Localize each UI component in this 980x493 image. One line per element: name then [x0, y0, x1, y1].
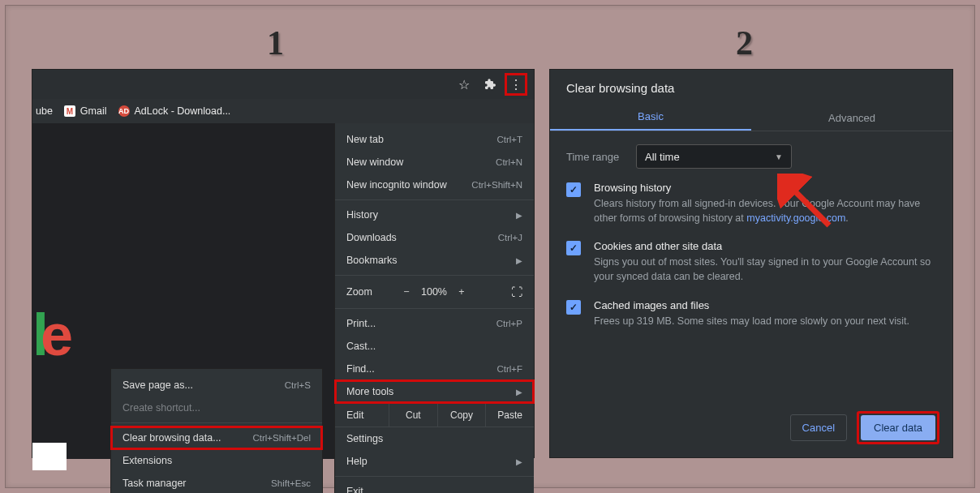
bookmarks-bar: ube M Gmail AD AdLock - Download...: [32, 99, 534, 123]
menu-item-more-tools[interactable]: More tools▶: [335, 380, 534, 403]
options-list: ✓ Browsing history Clears history from a…: [550, 174, 952, 346]
google-logo-fragment: le: [32, 302, 70, 368]
menu-edit-row: Edit Cut Copy Paste: [335, 403, 534, 427]
checkbox-cookies[interactable]: ✓: [566, 241, 581, 255]
menu-item-new-tab[interactable]: New tabCtrl+T: [335, 128, 534, 151]
menu-item-help[interactable]: Help▶: [335, 450, 534, 473]
fullscreen-icon[interactable]: ⛶: [511, 285, 522, 298]
menu-item-new-incognito[interactable]: New incognito windowCtrl+Shift+N: [335, 174, 534, 196]
adlock-icon: AD: [118, 105, 130, 117]
search-box-fragment: [32, 443, 67, 470]
option-browsing-history: ✓ Browsing history Clears history from a…: [566, 182, 936, 225]
zoom-plus-button[interactable]: +: [450, 286, 473, 298]
cancel-button[interactable]: Cancel: [790, 414, 847, 441]
submenu-create-shortcut[interactable]: Create shortcut...: [111, 397, 322, 419]
extension-icon[interactable]: [479, 73, 501, 96]
menu-item-downloads[interactable]: DownloadsCtrl+J: [335, 226, 534, 249]
menu-item-bookmarks[interactable]: Bookmarks▶: [335, 249, 534, 272]
star-icon[interactable]: ☆: [453, 73, 475, 96]
menu-item-print[interactable]: Print...Ctrl+P: [335, 312, 534, 335]
browser-menu-screenshot: ☆ ⋮ ube M Gmail AD AdLock - Download... …: [32, 69, 535, 458]
menu-item-find[interactable]: Find...Ctrl+F: [335, 358, 534, 380]
clear-data-highlight: Clear data: [857, 411, 939, 444]
dialog-tabs: Basic Advanced: [550, 100, 952, 131]
bookmark-item-ube[interactable]: ube: [36, 105, 53, 117]
more-tools-submenu: Save page as...Ctrl+S Create shortcut...…: [110, 368, 323, 493]
submenu-extensions[interactable]: Extensions: [111, 449, 322, 472]
menu-zoom-row: Zoom − 100% + ⛶: [335, 279, 534, 305]
page-content: le New tabCtrl+T New windowCtrl+N New in…: [32, 123, 534, 459]
option-cookies: ✓ Cookies and other site data Signs you …: [566, 240, 936, 284]
submenu-save-page[interactable]: Save page as...Ctrl+S: [111, 374, 322, 397]
tab-basic[interactable]: Basic: [550, 110, 751, 131]
time-range-select[interactable]: All time ▼: [636, 144, 792, 169]
zoom-minus-button[interactable]: −: [395, 286, 418, 298]
clear-data-button[interactable]: Clear data: [861, 415, 935, 440]
edit-copy-button[interactable]: Copy: [437, 404, 486, 427]
step-number-1: 1: [267, 24, 284, 62]
bookmark-item-adlock[interactable]: AD AdLock - Download...: [118, 105, 231, 117]
submenu-task-manager[interactable]: Task managerShift+Esc: [111, 472, 322, 493]
tab-advanced[interactable]: Advanced: [751, 112, 952, 131]
option-cached: ✓ Cached images and files Frees up 319 M…: [566, 299, 936, 328]
checkbox-cached[interactable]: ✓: [566, 300, 581, 315]
myactivity-link[interactable]: myactivity.google.com: [746, 212, 845, 224]
menu-item-history[interactable]: History▶: [335, 204, 534, 226]
menu-item-exit[interactable]: Exit: [335, 480, 534, 493]
step-number-2: 2: [736, 24, 753, 62]
clear-browsing-data-dialog: Clear browsing data Basic Advanced Time …: [549, 69, 953, 458]
zoom-value: 100%: [418, 286, 450, 298]
edit-cut-button[interactable]: Cut: [389, 404, 437, 427]
dialog-buttons: Cancel Clear data: [790, 411, 939, 444]
gmail-icon: M: [64, 105, 75, 117]
toolbar: ☆ ⋮: [32, 70, 534, 99]
chrome-main-menu: New tabCtrl+T New windowCtrl+N New incog…: [334, 123, 534, 493]
menu-item-new-window[interactable]: New windowCtrl+N: [335, 151, 534, 174]
dialog-title: Clear browsing data: [550, 70, 952, 100]
menu-item-cast[interactable]: Cast...: [335, 335, 534, 358]
time-range-row: Time range All time ▼: [550, 131, 952, 174]
bookmark-item-gmail[interactable]: M Gmail: [64, 105, 107, 117]
submenu-clear-browsing-data[interactable]: Clear browsing data...Ctrl+Shift+Del: [111, 427, 322, 449]
edit-paste-button[interactable]: Paste: [485, 404, 534, 427]
menu-item-settings[interactable]: Settings: [335, 427, 534, 450]
time-range-label: Time range: [566, 151, 636, 163]
checkbox-browsing-history[interactable]: ✓: [566, 182, 581, 197]
chevron-down-icon: ▼: [775, 152, 783, 161]
kebab-menu-icon[interactable]: ⋮: [505, 73, 527, 96]
